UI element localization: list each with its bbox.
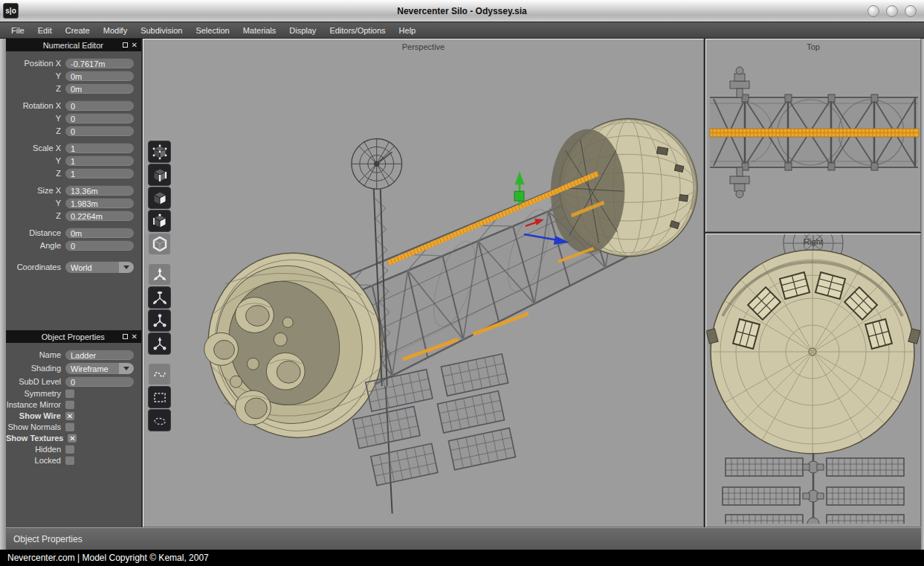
detach-icon[interactable] <box>123 334 128 339</box>
move-tool-button[interactable] <box>148 263 171 286</box>
maximize-button[interactable] <box>886 5 898 17</box>
bottombar: Nevercenter.com | Model Copyright © Kema… <box>0 550 924 566</box>
menu-subdivision[interactable]: Subdivision <box>134 22 189 39</box>
close-button[interactable] <box>905 5 917 17</box>
lasso-select-button[interactable] <box>148 409 171 431</box>
position-x-field[interactable]: -0.7617m <box>65 58 134 68</box>
marquee-select-button[interactable] <box>148 386 171 408</box>
size-y-field[interactable]: 1.983m <box>65 198 134 208</box>
multi-mode-button[interactable] <box>148 210 171 232</box>
face-mode-button[interactable] <box>148 187 171 209</box>
rotation-y-field[interactable]: 0 <box>65 113 134 123</box>
locked-label: Locked <box>6 456 65 465</box>
solar-array-front <box>723 453 904 524</box>
hidden-checkbox[interactable] <box>65 445 74 454</box>
coordinates-label: Coordinates <box>6 263 65 271</box>
rotation-z-label: Z <box>6 126 65 135</box>
perspective-scene[interactable] <box>143 39 703 521</box>
coordinates-value: World <box>65 262 119 273</box>
rotation-y-label: Y <box>6 114 65 123</box>
position-z-field[interactable]: 0m <box>65 83 134 94</box>
perspective-viewport-label: Perspective <box>143 42 703 51</box>
show-textures-label: Show Textures <box>6 434 68 443</box>
show-normals-checkbox[interactable] <box>65 422 74 431</box>
numerical-editor-title: Numerical Editor <box>24 41 123 50</box>
detach-icon[interactable] <box>123 42 128 48</box>
object-properties-panel: Object Properties ✕ NameLadder Shading <box>6 330 141 472</box>
menu-modify[interactable]: Modify <box>97 22 134 39</box>
show-wire-label: Show Wire <box>6 411 65 420</box>
top-viewport[interactable]: Top <box>705 39 921 232</box>
locked-checkbox[interactable] <box>65 456 74 465</box>
object-mode-button[interactable] <box>148 233 171 255</box>
coordinates-dropdown[interactable]: World <box>65 261 134 273</box>
menu-materials[interactable]: Materials <box>236 22 283 39</box>
model-sphere-front <box>706 250 920 454</box>
position-z-label: Z <box>6 84 65 93</box>
symmetry-checkbox[interactable] <box>65 389 74 398</box>
rotation-x-label: Rotation X <box>6 101 65 110</box>
menu-selection[interactable]: Selection <box>189 22 236 39</box>
top-viewport-label: Top <box>706 42 920 51</box>
menu-editors-options[interactable]: Editors/Options <box>323 22 392 39</box>
position-y-field[interactable]: 0m <box>65 71 134 81</box>
numerical-editor-titlebar[interactable]: Numerical Editor ✕ <box>6 39 141 51</box>
menu-create[interactable]: Create <box>59 22 97 39</box>
window-title: Nevercenter Silo - Odyssey.sia <box>0 6 924 16</box>
subd-level-label: SubD Level <box>6 377 65 386</box>
vertex-mode-button[interactable] <box>148 141 171 163</box>
right-viewport-label: Right <box>706 237 920 246</box>
side-viewports: Top <box>705 39 921 527</box>
universal-tool-button[interactable] <box>148 332 171 355</box>
selected-ladder-top[interactable] <box>710 129 919 137</box>
model-command-sphere <box>551 119 697 257</box>
edge-mode-button[interactable] <box>148 164 171 186</box>
perspective-viewport[interactable]: Perspective <box>143 39 704 527</box>
angle-label: Angle <box>6 241 65 250</box>
scale-tool-button[interactable] <box>148 309 171 332</box>
rotation-z-field[interactable]: 0 <box>65 126 134 136</box>
scale-x-field[interactable]: 1 <box>65 143 134 153</box>
app-window: s|o Nevercenter Silo - Odyssey.sia File … <box>0 0 924 566</box>
copyright-text: Nevercenter.com | Model Copyright © Kema… <box>7 553 209 563</box>
titlebar[interactable]: s|o Nevercenter Silo - Odyssey.sia <box>0 0 924 22</box>
close-icon[interactable]: ✕ <box>132 42 138 49</box>
symmetry-label: Symmetry <box>6 389 65 398</box>
name-field[interactable]: Ladder <box>65 350 134 360</box>
angle-field[interactable]: 0 <box>65 240 134 251</box>
instance-mirror-checkbox[interactable] <box>65 400 74 409</box>
close-icon[interactable]: ✕ <box>132 333 138 341</box>
size-y-label: Y <box>6 199 65 208</box>
scale-z-field[interactable]: 1 <box>65 168 134 179</box>
tweak-select-button[interactable] <box>148 363 171 385</box>
shading-value: Wireframe <box>65 363 119 374</box>
size-z-field[interactable]: 0.2264m <box>65 210 134 221</box>
minimize-button[interactable] <box>868 5 879 17</box>
show-normals-label: Show Normals <box>6 422 65 431</box>
menu-display[interactable]: Display <box>282 22 323 39</box>
right-viewport[interactable]: Right <box>705 234 921 527</box>
manipulator-y-axis <box>514 171 524 184</box>
rotate-tool-button[interactable] <box>148 286 171 309</box>
window-frame-left <box>0 39 6 550</box>
show-textures-checkbox[interactable]: ✕ <box>68 434 77 443</box>
size-x-label: Size X <box>6 186 65 195</box>
scale-y-field[interactable]: 1 <box>65 155 134 166</box>
size-x-field[interactable]: 13.36m <box>65 185 134 196</box>
tool-palette <box>148 141 172 432</box>
object-properties-title: Object Properties <box>24 332 123 341</box>
object-properties-titlebar[interactable]: Object Properties ✕ <box>6 330 141 343</box>
menu-edit[interactable]: Edit <box>31 22 59 39</box>
shading-dropdown[interactable]: Wireframe <box>65 362 134 374</box>
chevron-down-icon <box>119 363 134 374</box>
scale-z-label: Z <box>6 169 65 178</box>
rotation-x-field[interactable]: 0 <box>65 100 134 111</box>
scale-x-label: Scale X <box>6 144 65 152</box>
distance-field[interactable]: 0m <box>65 228 134 238</box>
scale-y-label: Y <box>6 156 65 165</box>
subd-level-field[interactable]: 0 <box>65 376 134 387</box>
menu-file[interactable]: File <box>4 22 31 39</box>
panel-column: Numerical Editor ✕ Position X-0.7617m Y0… <box>6 39 141 527</box>
show-wire-checkbox[interactable]: ✕ <box>65 411 74 420</box>
menu-help[interactable]: Help <box>392 22 423 39</box>
